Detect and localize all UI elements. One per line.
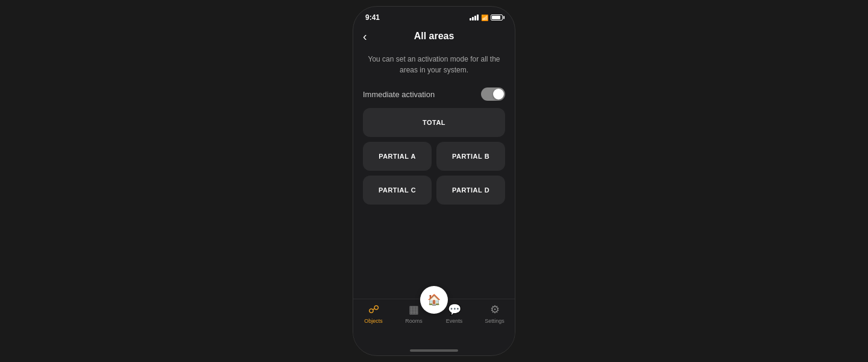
partial-ab-row: PARTIAL A PARTIAL B xyxy=(363,142,505,171)
home-fab-button[interactable]: 🏠 xyxy=(420,286,448,314)
partial-d-button[interactable]: PARTIAL D xyxy=(436,176,505,205)
partial-a-button[interactable]: PARTIAL A xyxy=(363,142,432,171)
signal-bars-icon xyxy=(470,14,479,21)
back-button[interactable]: ‹ xyxy=(363,30,367,42)
tab-objects[interactable]: ☍ Objects xyxy=(357,303,390,324)
header: ‹ All areas xyxy=(353,26,515,46)
rooms-icon: ▦ xyxy=(409,303,419,316)
tab-bar: 🏠 ☍ Objects ▦ Rooms 💬 Events ⚙ Settings xyxy=(353,299,515,347)
home-fab-icon: 🏠 xyxy=(427,293,441,306)
activation-label: Immediate activation xyxy=(363,90,435,99)
phone-frame: 9:41 📶 ‹ All areas You can set an activa… xyxy=(353,6,515,356)
objects-icon: ☍ xyxy=(368,303,379,316)
total-row: TOTAL xyxy=(363,108,505,137)
status-icons: 📶 xyxy=(470,14,503,21)
description-text: You can set an activation mode for all t… xyxy=(363,54,505,75)
partial-c-button[interactable]: PARTIAL C xyxy=(363,176,432,205)
tab-objects-label: Objects xyxy=(364,318,383,324)
settings-icon: ⚙ xyxy=(490,303,500,316)
page-title: All areas xyxy=(414,31,454,42)
tab-rooms-label: Rooms xyxy=(405,318,423,324)
tab-events-label: Events xyxy=(446,318,463,324)
battery-icon xyxy=(491,14,503,21)
home-indicator xyxy=(410,349,458,352)
wifi-icon: 📶 xyxy=(481,14,488,21)
activation-row: Immediate activation xyxy=(363,85,505,108)
tab-settings-label: Settings xyxy=(485,318,505,324)
tab-settings[interactable]: ⚙ Settings xyxy=(478,303,511,324)
total-button[interactable]: TOTAL xyxy=(363,108,505,137)
events-icon: 💬 xyxy=(448,303,461,316)
content-area: You can set an activation mode for all t… xyxy=(353,46,515,299)
mode-buttons-container: TOTAL PARTIAL A PARTIAL B PARTIAL C PART… xyxy=(363,108,505,205)
status-time: 9:41 xyxy=(365,13,380,22)
partial-b-button[interactable]: PARTIAL B xyxy=(436,142,505,171)
immediate-activation-toggle[interactable] xyxy=(481,87,505,101)
partial-cd-row: PARTIAL C PARTIAL D xyxy=(363,176,505,205)
status-bar: 9:41 📶 xyxy=(353,7,515,26)
